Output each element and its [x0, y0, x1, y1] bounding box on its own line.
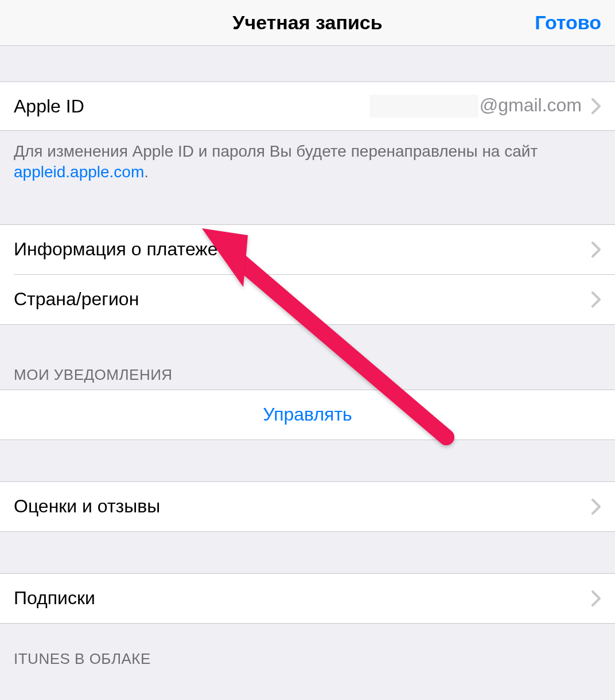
- ratings-group: Оценки и отзывы: [0, 481, 615, 532]
- payment-info-label: Информация о платеже: [14, 239, 582, 260]
- my-notifications-header: МОИ УВЕДОМЛЕНИЯ: [0, 325, 615, 390]
- subscriptions-group: Подписки: [0, 573, 615, 624]
- navbar: Учетная запись Готово: [0, 0, 615, 46]
- redacted-email-prefix: [369, 95, 478, 118]
- subscriptions-label: Подписки: [14, 588, 582, 609]
- ratings-reviews-label: Оценки и отзывы: [14, 496, 582, 517]
- country-region-label: Страна/регион: [14, 289, 582, 310]
- subscriptions-row[interactable]: Подписки: [0, 574, 615, 623]
- country-region-row[interactable]: Страна/регион: [0, 275, 615, 324]
- spacer: [0, 46, 615, 81]
- manage-notifications-row[interactable]: Управлять: [0, 390, 615, 440]
- chevron-right-icon: [591, 498, 601, 515]
- apple-id-value: @gmail.com: [369, 95, 582, 118]
- notifications-group: Управлять: [0, 390, 615, 440]
- page-title: Учетная запись: [232, 11, 382, 34]
- spacer: [0, 440, 615, 481]
- chevron-right-icon: [591, 241, 601, 258]
- chevron-right-icon: [591, 590, 601, 607]
- ratings-reviews-row[interactable]: Оценки и отзывы: [0, 482, 615, 531]
- chevron-right-icon: [591, 291, 601, 308]
- chevron-right-icon: [591, 98, 601, 115]
- payment-info-row[interactable]: Информация о платеже: [0, 225, 615, 274]
- manage-label: Управлять: [263, 404, 352, 425]
- email-suffix: @gmail.com: [480, 95, 582, 115]
- appleid-link[interactable]: appleid.apple.com: [14, 163, 144, 181]
- apple-id-label: Apple ID: [14, 96, 369, 117]
- apple-id-row[interactable]: Apple ID @gmail.com: [0, 81, 615, 131]
- spacer: [0, 532, 615, 573]
- done-button[interactable]: Готово: [535, 11, 601, 34]
- footer-text-after: .: [144, 163, 149, 181]
- account-settings-group: Информация о платеже Страна/регион: [0, 224, 615, 325]
- apple-id-footer: Для изменения Apple ID и пароля Вы будет…: [0, 131, 615, 183]
- footer-text-before: Для изменения Apple ID и пароля Вы будет…: [14, 142, 538, 160]
- itunes-cloud-header: iTUNES В ОБЛАКЕ: [0, 624, 615, 674]
